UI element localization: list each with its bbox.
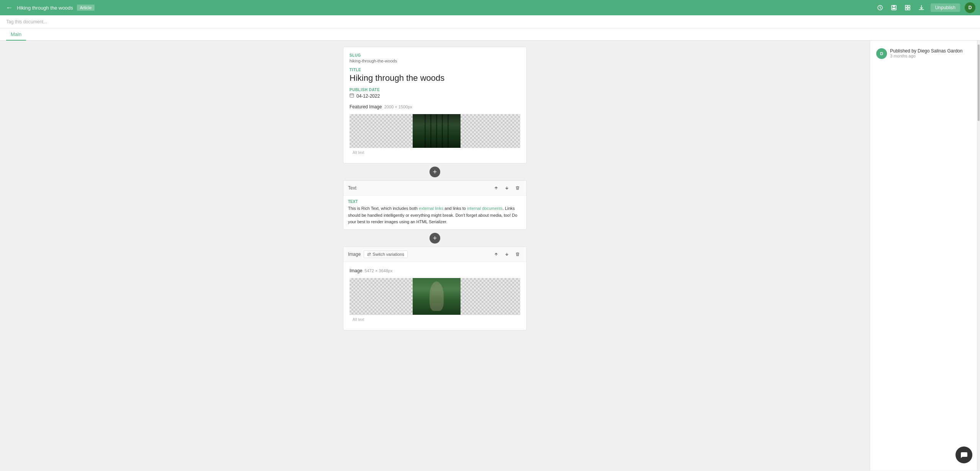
save-icon[interactable] (889, 3, 898, 12)
image-block-header: Image Switch variations (343, 247, 526, 262)
title-value[interactable]: Hiking through the woods (350, 73, 520, 83)
block-meta: Slug hiking-through-the-woods Title Hiki… (343, 47, 527, 164)
plus-icon-1: + (433, 168, 437, 175)
published-time: 3 months ago (890, 54, 962, 58)
image-block-label: Image (348, 252, 361, 257)
main-layout: Slug hiking-through-the-woods Title Hiki… (0, 41, 980, 471)
switch-variations-button[interactable]: Switch variations (364, 250, 408, 258)
publish-date-label: Publish Date (350, 88, 520, 92)
image-field-label: Image (350, 268, 362, 273)
block-image: Image Switch variations (343, 247, 527, 330)
add-block-2-button[interactable]: + (430, 233, 440, 244)
published-details: Published by Diego Salinas Gardon 3 mont… (890, 48, 962, 58)
scrollbar[interactable] (977, 41, 980, 471)
move-down-button[interactable] (503, 184, 511, 192)
svg-rect-8 (350, 94, 354, 97)
image-alt-text-field[interactable]: Alt text (350, 315, 520, 324)
history-icon[interactable] (875, 3, 885, 12)
right-sidebar: D Published by Diego Salinas Gardon 3 mo… (870, 41, 980, 471)
image-block-placeholder[interactable] (350, 278, 520, 315)
external-link[interactable]: external links (419, 206, 443, 211)
published-by-text: Published by Diego Salinas Gardon (890, 48, 962, 54)
text-block-actions (492, 184, 522, 192)
card-body-meta: Slug hiking-through-the-woods Title Hiki… (343, 47, 526, 163)
text-content[interactable]: This is Rich Text, which includes both e… (348, 205, 522, 226)
move-image-up-button[interactable] (492, 250, 500, 258)
move-up-button[interactable] (492, 184, 500, 192)
title-label: Title (350, 68, 520, 72)
internal-doc-link[interactable]: internal documents (467, 206, 503, 211)
image-block-body: Image 5472 × 3648px Alt text (343, 262, 526, 330)
text-field-label: Text (348, 200, 522, 204)
delete-image-block-button[interactable] (513, 250, 522, 258)
svg-rect-6 (905, 8, 907, 10)
forest-image (413, 114, 461, 148)
svg-rect-5 (908, 5, 910, 7)
back-icon: ← (6, 4, 13, 12)
text-block-label: Text (348, 185, 356, 191)
unpublish-button[interactable]: Unpublish (931, 3, 960, 12)
calendar-icon (350, 93, 354, 99)
featured-image-label: Featured Image (350, 104, 382, 110)
tab-main[interactable]: Main (6, 28, 26, 40)
svg-rect-3 (892, 8, 895, 9)
plus-icon-2: + (433, 235, 437, 242)
tagbar: Tag this document... (0, 15, 980, 28)
hiker-image (413, 278, 461, 315)
text-block-header: Text (343, 181, 526, 196)
slug-label: Slug (350, 53, 520, 57)
document-title: Hiking through the woods (17, 5, 73, 11)
published-info: D Published by Diego Salinas Gardon 3 mo… (876, 45, 971, 62)
move-image-down-button[interactable] (503, 250, 511, 258)
publish-date-value: 04-12-2022 (356, 93, 380, 99)
download-icon[interactable] (917, 3, 926, 12)
svg-rect-4 (905, 5, 907, 7)
layout-icon[interactable] (903, 3, 912, 12)
scrollbar-thumb[interactable] (978, 44, 980, 121)
add-block-1-container: + (0, 167, 870, 177)
document-type-badge: Article (77, 5, 95, 11)
tag-input-placeholder[interactable]: Tag this document... (6, 19, 47, 25)
topbar-actions: Unpublish D (875, 2, 975, 13)
content-area: Slug hiking-through-the-woods Title Hiki… (0, 41, 870, 471)
user-avatar[interactable]: D (965, 2, 975, 13)
alt-text-field[interactable]: Alt text (350, 148, 520, 157)
tabbar: Main (0, 28, 980, 41)
back-button[interactable]: ← (5, 3, 14, 12)
svg-rect-7 (908, 8, 910, 10)
image-block-actions (492, 250, 522, 258)
add-block-1-button[interactable]: + (430, 167, 440, 177)
right-panel-content: D Published by Diego Salinas Gardon 3 mo… (870, 41, 977, 471)
published-avatar: D (876, 48, 887, 59)
topbar: ← Hiking through the woods Article Unpub… (0, 0, 980, 15)
block-text: Text Text This is Rich Text, which i (343, 180, 527, 230)
svg-rect-2 (893, 5, 895, 7)
chat-bubble-button[interactable] (956, 446, 972, 463)
image-size: 5472 × 3648px (364, 268, 392, 273)
featured-image-placeholder[interactable] (350, 114, 520, 148)
slug-value[interactable]: hiking-through-the-woods (350, 59, 520, 63)
delete-text-block-button[interactable] (513, 184, 522, 192)
add-block-2-container: + (0, 233, 870, 244)
text-block-body: Text This is Rich Text, which includes b… (343, 196, 526, 229)
publish-date-field[interactable]: 04-12-2022 (350, 93, 520, 99)
featured-image-size: 2000 × 1500px (384, 105, 412, 109)
